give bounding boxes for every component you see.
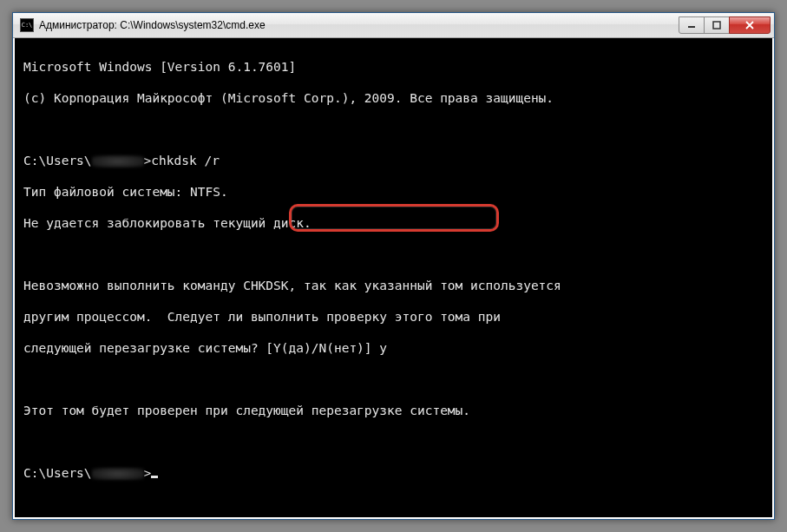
close-button[interactable] [729, 16, 771, 34]
titlebar[interactable]: Администратор: C:\Windows\system32\cmd.e… [13, 13, 774, 38]
terminal-output[interactable]: Microsoft Windows [Version 6.1.7601] (c)… [13, 38, 774, 519]
cmd-icon [20, 18, 34, 32]
output-line: другим процессом. Следует ли выполнить п… [23, 309, 764, 325]
maximize-button[interactable] [704, 16, 730, 34]
prompt-line: C:\Users\>chkdsk /r [23, 153, 764, 168]
output-line: Невозможно выполнить команду CHKDSK, так… [23, 278, 764, 293]
minimize-button[interactable] [679, 16, 705, 34]
output-blank [23, 434, 764, 450]
output-blank [23, 371, 764, 387]
output-line: Не удается заблокировать текущий диск. [23, 215, 764, 231]
output-line: следующей перезагрузке системы? [Y(да)/N… [23, 340, 764, 356]
output-line: (c) Корпорация Майкрософт (Microsoft Cor… [23, 90, 764, 106]
window-controls [679, 16, 771, 34]
redacted-username [92, 155, 144, 167]
svg-rect-1 [713, 22, 720, 29]
window-title: Администратор: C:\Windows\system32\cmd.e… [39, 19, 679, 31]
redacted-username [92, 468, 144, 480]
output-blank [23, 246, 764, 262]
text-cursor [151, 476, 158, 478]
cmd-window: Администратор: C:\Windows\system32\cmd.e… [12, 12, 775, 520]
svg-rect-0 [688, 26, 695, 28]
output-line: Этот том будет проверен при следующей пе… [23, 403, 764, 418]
output-line: Тип файловой системы: NTFS. [23, 184, 764, 200]
prompt-line: C:\Users\> [23, 465, 764, 481]
output-line: Microsoft Windows [Version 6.1.7601] [23, 59, 764, 75]
output-blank [23, 122, 764, 137]
prompt-answer: [Y(да)/N(нет)] y [266, 341, 387, 355]
